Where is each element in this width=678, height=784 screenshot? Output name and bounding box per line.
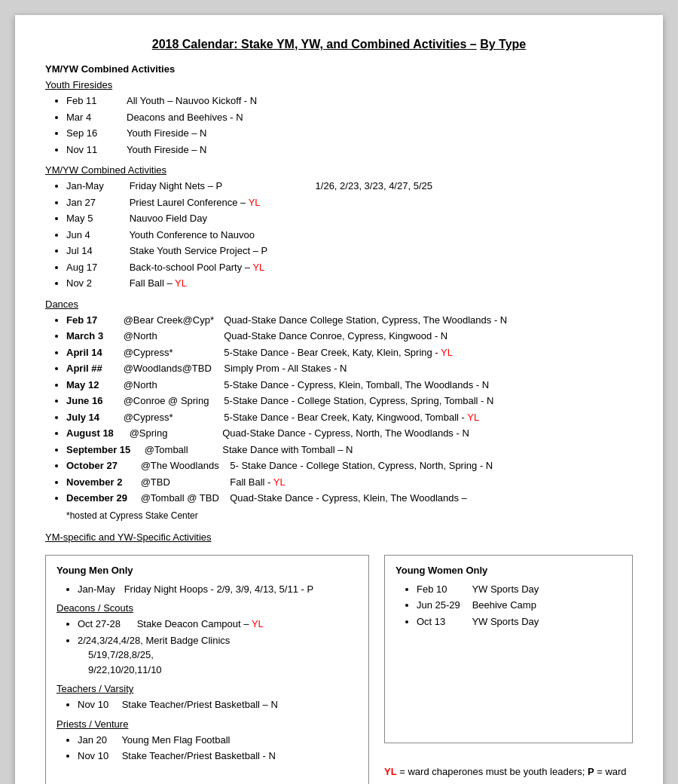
list-item: Oct 27-28 Stake Deacon Campout – YL (78, 617, 358, 632)
ym-yw-specific-heading: YM-specific and YW-Specific Activities (45, 531, 633, 543)
legend-p: P (588, 766, 594, 777)
list-item: May 5 Nauvoo Field Day (66, 211, 633, 226)
priests-venture-list: Jan 20 Young Men Flag Football Nov 10 St… (78, 733, 358, 764)
list-item: Jun 4 Youth Conference to Nauvoo (66, 228, 633, 243)
young-women-list: Feb 10 YW Sports Day Jun 25-29 Beehive C… (417, 582, 622, 629)
dances-heading: Dances (45, 299, 633, 310)
page-title: 2018 Calendar: Stake YM, YW, and Combine… (45, 38, 633, 51)
list-item: April 14 @Cypress* 5-Stake Dance - Bear … (66, 345, 633, 360)
list-item: 2/24,3/24,4/28, Merit Badge Clinics 5/19… (78, 633, 358, 678)
list-item: July 14 @Cypress* 5-Stake Dance - Bear C… (66, 410, 633, 425)
list-item: Jul 14 Stake Youth Service Project – P (66, 243, 633, 259)
list-item: Aug 17 Back-to-school Pool Party – YL (66, 260, 633, 275)
teachers-varsity-heading: Teachers / Varsity (56, 683, 358, 694)
deacons-scouts-heading: Deacons / Scouts (56, 602, 358, 614)
young-women-box: Young Women Only Feb 10 YW Sports Day Ju… (384, 555, 633, 743)
list-item: Feb 11All Youth – Nauvoo Kickoff - N (66, 93, 633, 109)
list-item: Jan-May Friday Night Hoops - 2/9, 3/9, 4… (78, 582, 358, 597)
list-item: Oct 13 YW Sports Day (417, 614, 622, 629)
list-item: March 3 @North Quad-Stake Dance Conroe, … (66, 329, 633, 344)
list-item: June 16 @Conroe @ Spring 5-Stake Dance -… (66, 394, 633, 409)
dances-note: *hosted at Cypress Stake Center (66, 510, 633, 521)
list-item: Nov 10 Stake Teacher/Priest Basketball -… (78, 749, 358, 764)
young-men-box: Young Men Only Jan-May Friday Night Hoop… (45, 555, 369, 785)
young-men-title: Young Men Only (56, 565, 358, 576)
ymyw-combined-list: Jan-May Friday Night Nets – P 1/26, 2/23… (66, 179, 633, 291)
list-item: April ## @Woodlands@TBD Simply Prom - Al… (66, 361, 633, 376)
list-item: Feb 17 @Bear Creek@Cyp* Quad-Stake Dance… (66, 313, 633, 328)
list-item: Jan 27 Priest Laurel Conference – YL (66, 195, 633, 210)
dances-list: Feb 17 @Bear Creek@Cyp* Quad-Stake Dance… (66, 313, 633, 506)
title-text: 2018 Calendar: Stake YM, YW, and Combine… (152, 38, 477, 51)
deacons-scouts-list: Oct 27-28 Stake Deacon Campout – YL 2/24… (78, 617, 358, 677)
list-item: Nov 2 Fall Ball – YL (66, 276, 633, 291)
right-col: Young Women Only Feb 10 YW Sports Day Ju… (384, 555, 633, 785)
list-item: December 29 @Tomball @ TBD Quad-Stake Da… (66, 491, 633, 506)
list-item: Mar 4Deacons and Beehives - N (66, 110, 633, 125)
youth-firesides-heading: Youth Firesides (45, 79, 633, 90)
young-men-list: Jan-May Friday Night Hoops - 2/9, 3/9, 4… (78, 582, 358, 597)
ymyw-combined-subheading: YM/YW Combined Activities (45, 164, 633, 176)
priests-venture-heading: Priests / Venture (56, 718, 358, 730)
list-item: Nov 11Youth Fireside – N (66, 142, 633, 158)
list-item: September 15 @Tomball Stake Dance with T… (66, 443, 633, 458)
two-col-section: Young Men Only Jan-May Friday Night Hoop… (45, 555, 633, 785)
legend: YL = ward chaperones must be youth leade… (384, 764, 633, 784)
combined-activities-heading: YM/YW Combined Activities (45, 63, 633, 75)
list-item: Jan 20 Young Men Flag Football (78, 733, 358, 748)
list-item: Jun 25-29 Beehive Camp (417, 598, 622, 613)
teachers-varsity-list: Nov 10 Stake Teacher/Priest Basketball –… (78, 697, 358, 712)
list-item: Sep 16Youth Fireside – N (66, 126, 633, 141)
young-women-title: Young Women Only (396, 565, 622, 576)
list-item: Jan-May Friday Night Nets – P 1/26, 2/23… (66, 179, 633, 194)
youth-firesides-list: Feb 11All Youth – Nauvoo Kickoff - N Mar… (66, 93, 633, 157)
list-item: Feb 10 YW Sports Day (417, 582, 622, 597)
title-underline: By Type (480, 38, 526, 51)
list-item: August 18 @Spring Quad-Stake Dance - Cyp… (66, 426, 633, 441)
list-item: October 27 @The Woodlands 5- Stake Dance… (66, 458, 633, 473)
list-item: Nov 10 Stake Teacher/Priest Basketball –… (78, 697, 358, 712)
legend-yl: YL (384, 766, 397, 777)
list-item: November 2 @TBD Fall Ball - YL (66, 475, 633, 490)
page: 2018 Calendar: Stake YM, YW, and Combine… (15, 15, 663, 784)
list-item: May 12 @North 5-Stake Dance - Cypress, K… (66, 378, 633, 393)
